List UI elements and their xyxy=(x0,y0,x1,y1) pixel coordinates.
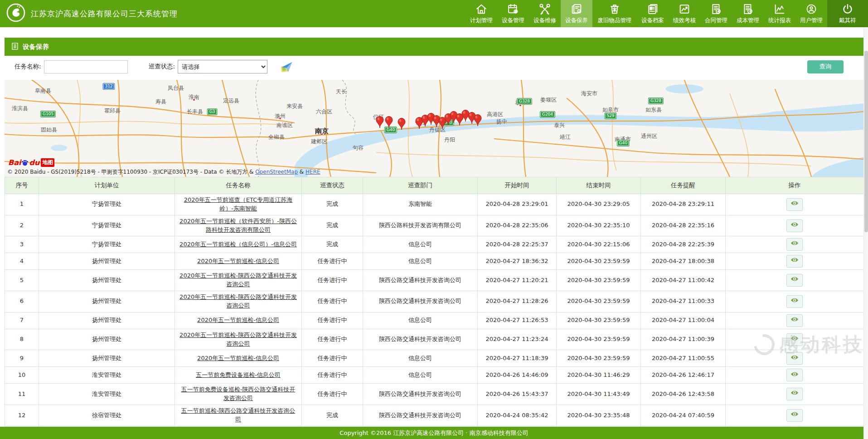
cell-dept: 信息公司 xyxy=(363,367,478,384)
app-logo-icon xyxy=(6,3,25,24)
view-button[interactable] xyxy=(786,274,803,287)
task-link[interactable]: 2020年五一节前巡检（信息公司）-信息公司 xyxy=(179,241,297,248)
cell-remind: 2020-04-27 11:00:55 xyxy=(641,350,726,367)
task-link[interactable]: 2020年五一节前巡检-信息公司 xyxy=(197,317,279,323)
cell-no: 3 xyxy=(5,236,39,253)
nav-item-label: 设备保养 xyxy=(565,17,588,24)
cell-dept: 东南智能 xyxy=(363,194,478,215)
cell-unit: 宁扬管理处 xyxy=(39,194,175,215)
nav-item-label: 设备管理 xyxy=(502,17,524,24)
osm-link[interactable]: OpenStreetMap xyxy=(255,169,298,175)
city-dot xyxy=(279,117,281,120)
eye-icon xyxy=(790,371,799,380)
baidu-map[interactable]: 阜南县凤台县淮南寿县长丰县定远县霍邱县淮滨县固始县来安县天长滁州南谯区全椒县六合… xyxy=(5,80,863,177)
cell-actions xyxy=(726,194,864,215)
map-marker-icon[interactable] xyxy=(384,116,393,128)
task-name-input[interactable] xyxy=(44,60,128,73)
column-header: 序号 xyxy=(5,177,39,194)
nav-item-5[interactable]: 废旧物品管理 xyxy=(592,0,637,27)
view-button[interactable] xyxy=(786,409,803,422)
cell-task: 2020年五一节前巡检-信息公司 xyxy=(175,253,302,270)
cell-end: 2020-04-30 23:35:48 xyxy=(557,405,641,426)
cell-dept: 陕西公路科技开发咨询有限公司 xyxy=(363,215,478,236)
user-menu[interactable]: 戴其祥 xyxy=(827,0,868,27)
view-button[interactable] xyxy=(786,295,803,308)
view-button[interactable] xyxy=(786,352,803,365)
view-button[interactable] xyxy=(786,314,803,327)
cell-actions xyxy=(726,236,864,253)
here-link[interactable]: HERE xyxy=(305,169,320,175)
cell-remind: 2020-04-28 23:29:11 xyxy=(641,194,726,215)
nav-item-2[interactable]: 设备管理 xyxy=(497,0,529,27)
nav-item-9[interactable]: ¥ 成本管理 xyxy=(732,0,764,27)
table-row: 1宁扬管理处2020年五一节前巡查（ETC专用道江苏海岭）-东南智能完成东南智能… xyxy=(5,194,864,215)
nav-item-4[interactable]: 设备保养 xyxy=(561,0,592,27)
view-button[interactable] xyxy=(786,333,803,346)
view-button[interactable] xyxy=(786,220,803,232)
table-row: 12徐宿管理处五一节前巡检-陕西公路交通科技开发咨询公司完成陕西公路交通科技开发… xyxy=(5,405,864,426)
nav-item-7[interactable]: 绩效考核 xyxy=(669,0,700,27)
vertical-scrollbar[interactable] xyxy=(863,27,868,439)
task-link[interactable]: 2020年五一节前巡检-陕西公路交通科技开发咨询公司 xyxy=(179,332,297,347)
task-link[interactable]: 2020年五一节前巡检-信息公司 xyxy=(197,355,279,361)
send-plane-icon[interactable] xyxy=(280,60,294,73)
cell-start: 2020-04-26 14:46:09 xyxy=(478,367,557,384)
cell-status: 任务进行中 xyxy=(302,384,363,405)
cell-status: 完成 xyxy=(302,194,363,215)
nav-item-1[interactable]: 计划管理 xyxy=(466,0,497,27)
map-place-label: 海安市 xyxy=(581,90,597,98)
cell-start: 2020-04-27 18:36:32 xyxy=(478,253,557,270)
cell-status: 完成 xyxy=(302,215,363,236)
cell-unit: 扬州管理处 xyxy=(39,350,175,367)
nav-item-3[interactable]: 设备维修 xyxy=(529,0,561,27)
view-button[interactable] xyxy=(786,369,803,381)
column-header: 任务提醒 xyxy=(641,177,726,194)
cell-status: 任务进行中 xyxy=(302,367,363,384)
task-link[interactable]: 五一节前免费设备巡检-信息公司 xyxy=(196,371,281,378)
status-select[interactable]: 请选择 xyxy=(178,60,267,73)
task-link[interactable]: 2020年五一节前巡检-陕西公路交通科技开发咨询公司 xyxy=(179,293,297,309)
eye-icon xyxy=(790,239,799,249)
column-header: 结束时间 xyxy=(557,177,641,194)
scrollbar-thumb[interactable] xyxy=(864,51,868,232)
chart-frame-icon xyxy=(678,3,691,15)
task-link[interactable]: 2020年五一节前巡查（ETC专用道江苏海岭）-东南智能 xyxy=(184,196,293,212)
cell-no: 9 xyxy=(5,350,39,367)
task-link[interactable]: 五一节前免费设备巡检-陕西公路交通科技开发咨询公司 xyxy=(181,386,296,401)
nav-item-6[interactable]: 设备档案 xyxy=(637,0,669,27)
view-button[interactable] xyxy=(786,198,803,211)
nav-item-11[interactable]: 用户管理 xyxy=(795,0,827,27)
doc-star-icon xyxy=(710,3,723,15)
map-place-label: 阜南县 xyxy=(35,87,51,95)
cell-dept: 信息公司 xyxy=(363,236,478,253)
cell-task: 2020年五一节前巡检-陕西公路交通科技开发咨询公司 xyxy=(175,291,302,312)
cell-unit: 宁扬管理处 xyxy=(39,215,175,236)
map-place-label: 来安县 xyxy=(286,102,303,110)
cell-remind: 2020-04-26 12:46:17 xyxy=(641,367,726,384)
view-button[interactable] xyxy=(786,238,803,251)
column-header: 巡查状态 xyxy=(302,177,363,194)
baidu-logo-du: du xyxy=(29,158,39,167)
map-marker-icon[interactable] xyxy=(375,116,384,128)
task-link[interactable]: 2020年五一节前巡检（软件西安所）-陕西公路科技开发咨询有限公司 xyxy=(179,218,297,233)
cell-dept: 陕西公路交通科技开发咨询公司 xyxy=(363,270,478,291)
view-button[interactable] xyxy=(786,255,803,268)
filter-bar: 任务名称: 巡查状态: 请选择 查询 xyxy=(5,56,863,78)
task-link[interactable]: 五一节前巡检-陕西公路交通科技开发咨询公司 xyxy=(181,407,296,423)
doc-yen-icon: ¥ xyxy=(742,3,754,15)
view-button[interactable] xyxy=(786,388,803,400)
task-link[interactable]: 2020年五一节前巡检-信息公司 xyxy=(197,258,279,264)
cell-no: 5 xyxy=(5,270,39,291)
map-marker-icon[interactable] xyxy=(473,114,482,127)
cell-dept: 信息公司 xyxy=(363,253,478,270)
cell-unit: 宁扬管理处 xyxy=(39,236,175,253)
cell-task: 五一节前巡检-陕西公路交通科技开发咨询公司 xyxy=(175,405,302,426)
search-button[interactable]: 查询 xyxy=(807,60,844,73)
nav-item-10[interactable]: 统计报表 xyxy=(764,0,795,27)
cell-end: 2020-04-30 11:46:29 xyxy=(557,367,641,384)
task-link[interactable]: 2020年五一节前巡检-陕西公路交通科技开发咨询公司 xyxy=(179,272,297,288)
cell-actions xyxy=(726,405,864,426)
status-label: 巡查状态: xyxy=(149,63,175,71)
map-marker-icon[interactable] xyxy=(397,117,406,130)
nav-item-8[interactable]: 合同管理 xyxy=(700,0,732,27)
